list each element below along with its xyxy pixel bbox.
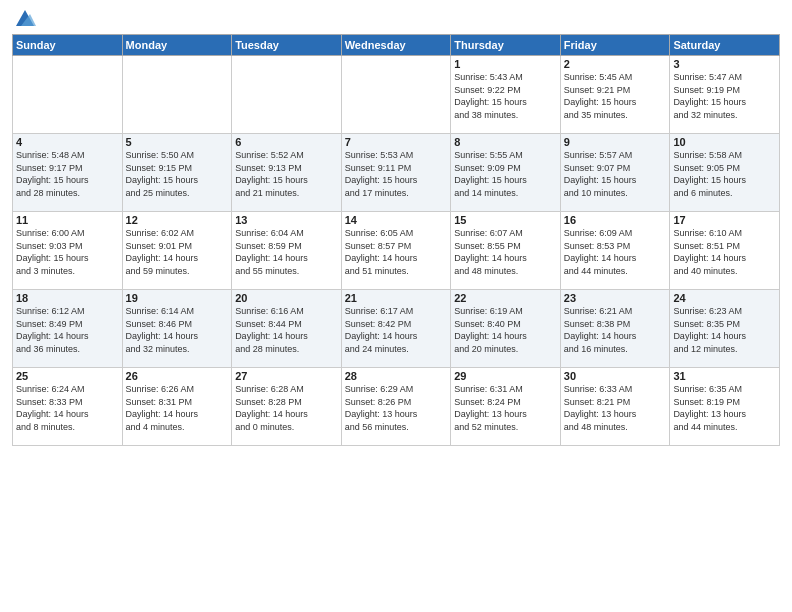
calendar-cell: 6Sunrise: 5:52 AM Sunset: 9:13 PM Daylig… [232, 134, 342, 212]
calendar-cell: 31Sunrise: 6:35 AM Sunset: 8:19 PM Dayli… [670, 368, 780, 446]
day-number: 16 [564, 214, 667, 226]
calendar-cell: 25Sunrise: 6:24 AM Sunset: 8:33 PM Dayli… [13, 368, 123, 446]
calendar-cell: 1Sunrise: 5:43 AM Sunset: 9:22 PM Daylig… [451, 56, 561, 134]
day-info: Sunrise: 6:31 AM Sunset: 8:24 PM Dayligh… [454, 383, 557, 433]
calendar-cell [232, 56, 342, 134]
day-info: Sunrise: 6:10 AM Sunset: 8:51 PM Dayligh… [673, 227, 776, 277]
calendar-cell: 11Sunrise: 6:00 AM Sunset: 9:03 PM Dayli… [13, 212, 123, 290]
day-info: Sunrise: 6:26 AM Sunset: 8:31 PM Dayligh… [126, 383, 229, 433]
calendar-cell: 27Sunrise: 6:28 AM Sunset: 8:28 PM Dayli… [232, 368, 342, 446]
day-number: 20 [235, 292, 338, 304]
day-info: Sunrise: 6:19 AM Sunset: 8:40 PM Dayligh… [454, 305, 557, 355]
calendar-week-row: 11Sunrise: 6:00 AM Sunset: 9:03 PM Dayli… [13, 212, 780, 290]
day-number: 25 [16, 370, 119, 382]
day-info: Sunrise: 6:24 AM Sunset: 8:33 PM Dayligh… [16, 383, 119, 433]
day-number: 5 [126, 136, 229, 148]
calendar-cell: 13Sunrise: 6:04 AM Sunset: 8:59 PM Dayli… [232, 212, 342, 290]
calendar-cell: 15Sunrise: 6:07 AM Sunset: 8:55 PM Dayli… [451, 212, 561, 290]
header [12, 10, 780, 28]
day-number: 22 [454, 292, 557, 304]
calendar-cell: 23Sunrise: 6:21 AM Sunset: 8:38 PM Dayli… [560, 290, 670, 368]
weekday-header: Friday [560, 35, 670, 56]
calendar-table: SundayMondayTuesdayWednesdayThursdayFrid… [12, 34, 780, 446]
day-info: Sunrise: 6:35 AM Sunset: 8:19 PM Dayligh… [673, 383, 776, 433]
calendar-cell: 4Sunrise: 5:48 AM Sunset: 9:17 PM Daylig… [13, 134, 123, 212]
calendar-cell: 22Sunrise: 6:19 AM Sunset: 8:40 PM Dayli… [451, 290, 561, 368]
day-info: Sunrise: 6:21 AM Sunset: 8:38 PM Dayligh… [564, 305, 667, 355]
calendar-cell: 9Sunrise: 5:57 AM Sunset: 9:07 PM Daylig… [560, 134, 670, 212]
calendar-cell: 18Sunrise: 6:12 AM Sunset: 8:49 PM Dayli… [13, 290, 123, 368]
day-info: Sunrise: 5:45 AM Sunset: 9:21 PM Dayligh… [564, 71, 667, 121]
day-number: 17 [673, 214, 776, 226]
day-number: 6 [235, 136, 338, 148]
day-number: 27 [235, 370, 338, 382]
calendar-cell: 28Sunrise: 6:29 AM Sunset: 8:26 PM Dayli… [341, 368, 451, 446]
day-info: Sunrise: 6:17 AM Sunset: 8:42 PM Dayligh… [345, 305, 448, 355]
day-number: 15 [454, 214, 557, 226]
calendar-cell [13, 56, 123, 134]
day-info: Sunrise: 6:33 AM Sunset: 8:21 PM Dayligh… [564, 383, 667, 433]
day-info: Sunrise: 6:29 AM Sunset: 8:26 PM Dayligh… [345, 383, 448, 433]
day-info: Sunrise: 6:05 AM Sunset: 8:57 PM Dayligh… [345, 227, 448, 277]
day-number: 29 [454, 370, 557, 382]
day-info: Sunrise: 6:23 AM Sunset: 8:35 PM Dayligh… [673, 305, 776, 355]
day-number: 14 [345, 214, 448, 226]
calendar-cell: 17Sunrise: 6:10 AM Sunset: 8:51 PM Dayli… [670, 212, 780, 290]
day-number: 4 [16, 136, 119, 148]
day-number: 7 [345, 136, 448, 148]
day-info: Sunrise: 5:53 AM Sunset: 9:11 PM Dayligh… [345, 149, 448, 199]
day-info: Sunrise: 5:55 AM Sunset: 9:09 PM Dayligh… [454, 149, 557, 199]
calendar-week-row: 25Sunrise: 6:24 AM Sunset: 8:33 PM Dayli… [13, 368, 780, 446]
calendar-cell: 21Sunrise: 6:17 AM Sunset: 8:42 PM Dayli… [341, 290, 451, 368]
calendar-cell: 5Sunrise: 5:50 AM Sunset: 9:15 PM Daylig… [122, 134, 232, 212]
day-number: 30 [564, 370, 667, 382]
day-number: 9 [564, 136, 667, 148]
day-number: 21 [345, 292, 448, 304]
day-info: Sunrise: 5:43 AM Sunset: 9:22 PM Dayligh… [454, 71, 557, 121]
logo-icon [14, 8, 36, 28]
day-info: Sunrise: 6:09 AM Sunset: 8:53 PM Dayligh… [564, 227, 667, 277]
day-info: Sunrise: 6:02 AM Sunset: 9:01 PM Dayligh… [126, 227, 229, 277]
day-number: 19 [126, 292, 229, 304]
day-number: 13 [235, 214, 338, 226]
day-number: 26 [126, 370, 229, 382]
calendar-week-row: 1Sunrise: 5:43 AM Sunset: 9:22 PM Daylig… [13, 56, 780, 134]
weekday-header: Wednesday [341, 35, 451, 56]
day-number: 31 [673, 370, 776, 382]
day-info: Sunrise: 6:07 AM Sunset: 8:55 PM Dayligh… [454, 227, 557, 277]
calendar-cell: 29Sunrise: 6:31 AM Sunset: 8:24 PM Dayli… [451, 368, 561, 446]
page-container: SundayMondayTuesdayWednesdayThursdayFrid… [0, 0, 792, 612]
calendar-cell: 30Sunrise: 6:33 AM Sunset: 8:21 PM Dayli… [560, 368, 670, 446]
calendar-cell: 20Sunrise: 6:16 AM Sunset: 8:44 PM Dayli… [232, 290, 342, 368]
calendar-cell: 14Sunrise: 6:05 AM Sunset: 8:57 PM Dayli… [341, 212, 451, 290]
day-info: Sunrise: 5:58 AM Sunset: 9:05 PM Dayligh… [673, 149, 776, 199]
day-info: Sunrise: 6:00 AM Sunset: 9:03 PM Dayligh… [16, 227, 119, 277]
day-info: Sunrise: 5:50 AM Sunset: 9:15 PM Dayligh… [126, 149, 229, 199]
day-info: Sunrise: 5:52 AM Sunset: 9:13 PM Dayligh… [235, 149, 338, 199]
day-info: Sunrise: 6:16 AM Sunset: 8:44 PM Dayligh… [235, 305, 338, 355]
day-number: 18 [16, 292, 119, 304]
calendar-cell: 12Sunrise: 6:02 AM Sunset: 9:01 PM Dayli… [122, 212, 232, 290]
weekday-header: Monday [122, 35, 232, 56]
calendar-cell: 16Sunrise: 6:09 AM Sunset: 8:53 PM Dayli… [560, 212, 670, 290]
calendar-cell [341, 56, 451, 134]
day-number: 12 [126, 214, 229, 226]
day-number: 1 [454, 58, 557, 70]
day-number: 28 [345, 370, 448, 382]
calendar-cell: 2Sunrise: 5:45 AM Sunset: 9:21 PM Daylig… [560, 56, 670, 134]
day-number: 10 [673, 136, 776, 148]
calendar-cell: 3Sunrise: 5:47 AM Sunset: 9:19 PM Daylig… [670, 56, 780, 134]
day-info: Sunrise: 6:14 AM Sunset: 8:46 PM Dayligh… [126, 305, 229, 355]
weekday-header: Thursday [451, 35, 561, 56]
day-number: 23 [564, 292, 667, 304]
day-number: 24 [673, 292, 776, 304]
day-info: Sunrise: 5:48 AM Sunset: 9:17 PM Dayligh… [16, 149, 119, 199]
weekday-header: Tuesday [232, 35, 342, 56]
day-info: Sunrise: 6:28 AM Sunset: 8:28 PM Dayligh… [235, 383, 338, 433]
calendar-week-row: 18Sunrise: 6:12 AM Sunset: 8:49 PM Dayli… [13, 290, 780, 368]
weekday-header: Saturday [670, 35, 780, 56]
calendar-cell: 10Sunrise: 5:58 AM Sunset: 9:05 PM Dayli… [670, 134, 780, 212]
weekday-header-row: SundayMondayTuesdayWednesdayThursdayFrid… [13, 35, 780, 56]
day-info: Sunrise: 5:47 AM Sunset: 9:19 PM Dayligh… [673, 71, 776, 121]
calendar-week-row: 4Sunrise: 5:48 AM Sunset: 9:17 PM Daylig… [13, 134, 780, 212]
